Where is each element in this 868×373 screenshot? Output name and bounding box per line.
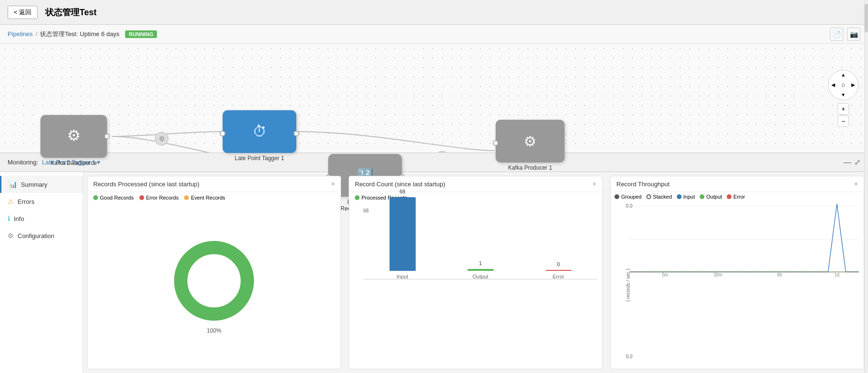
gear-icon: ⚙: [8, 232, 14, 239]
legend-dot-red: [139, 195, 144, 200]
legend-error-records: Error Records: [139, 195, 178, 201]
legend-label-event: Event Records: [191, 195, 225, 201]
legend-label-stacked: Stacked: [653, 194, 672, 200]
nav-right-button[interactable]: ▶: [848, 80, 858, 90]
chart2-header: Record Count (since last startup) ×: [349, 176, 602, 192]
zoom-controls: + −: [838, 103, 849, 127]
legend-label-error-tp: Error: [733, 194, 745, 200]
header: < 返回 状态管理Test: [0, 0, 868, 25]
vertical-scrollbar[interactable]: [864, 0, 868, 373]
camera-button[interactable]: 📷: [847, 28, 860, 41]
legend-error-tp: Error: [727, 194, 745, 200]
chart1-legend: Good Records Error Records Event Records: [88, 192, 341, 203]
sidebar-label-configuration: Configuration: [18, 232, 54, 239]
chart1-title: Records Processed (since last startup): [93, 181, 199, 188]
legend-label-grouped: Grouped: [621, 194, 642, 200]
sidebar-item-errors[interactable]: ⚠ Errors: [0, 193, 83, 210]
svg-text:30m: 30m: [713, 272, 722, 277]
breadcrumb-actions: 📄 📷: [830, 28, 860, 41]
nav-up-button[interactable]: ▲: [839, 70, 848, 80]
legend-input: Input: [677, 194, 695, 200]
legend-dot-output: [700, 194, 704, 199]
warning-icon: ⚠: [8, 198, 14, 205]
throughput-svg: 5m 30m 6h 1d: [630, 201, 859, 277]
chart-records-processed: Records Processed (since last startup) ×…: [87, 176, 341, 369]
y-bottom-label: 0.0: [626, 354, 633, 359]
chart2-close-button[interactable]: ×: [593, 180, 596, 188]
chart3-legend: Grouped Stacked Input Output Error: [611, 192, 864, 201]
pipeline-canvas: ⚙ ⚙ ⚙ ⚙ Kafka DataSource ⏱ Late Point Ta…: [0, 44, 868, 153]
nav-controls: ▲ ◀ ⌂ ▶ ▼ + −: [828, 70, 858, 127]
bar-error: 0 Error: [546, 270, 572, 279]
legend-dot-stacked: [646, 194, 651, 199]
bar-chart-icon: 📊: [9, 181, 17, 188]
info-icon: ℹ: [8, 215, 10, 222]
legend-label-output: Output: [706, 194, 722, 200]
chart1-header: Records Processed (since last startup) ×: [88, 176, 341, 192]
back-button[interactable]: < 返回: [8, 6, 38, 19]
sidebar-item-summary[interactable]: 📊 Summary: [0, 176, 83, 193]
y-axis-label: ( records / sec ): [625, 268, 631, 301]
chart3-close-button[interactable]: ×: [854, 180, 858, 188]
donut-percent-label: 100%: [207, 327, 222, 334]
bar-output: 1 Output: [468, 269, 494, 279]
node-label-kafka-datasource: Kafka DataSource: [50, 160, 97, 166]
monitoring-label: Monitoring:: [8, 159, 38, 166]
chart-throughput: Record Throughput × Grouped Stacked Inpu…: [610, 176, 864, 369]
sidebar-label-summary: Summary: [21, 181, 48, 188]
chart2-legend: Processed Records: [349, 192, 602, 203]
scrollbar-thumb[interactable]: [865, 4, 868, 32]
legend-label-good: Good Records: [100, 195, 134, 201]
chart1-body: 100%: [88, 203, 341, 369]
pipelines-link[interactable]: Pipelines: [8, 30, 33, 38]
minimize-button[interactable]: —: [844, 158, 851, 167]
sidebar-item-configuration[interactable]: ⚙ Configuration: [0, 227, 83, 244]
uptime-label: Uptime 6 days: [80, 30, 119, 38]
node-late-point-tagger[interactable]: ⏱ Late Point Tagger 1: [223, 110, 296, 162]
legend-dot-processed: [355, 195, 360, 200]
sidebar-label-errors: Errors: [18, 198, 34, 205]
sidebar: 📊 Summary ⚠ Errors ℹ Info ⚙ Configuratio…: [0, 172, 83, 373]
status-badge: RUNNING: [125, 30, 157, 38]
pipeline-name: 状态管理Test:: [40, 30, 78, 38]
donut-chart: [171, 238, 257, 324]
chart1-close-button[interactable]: ×: [331, 180, 335, 188]
legend-event-records: Event Records: [184, 195, 225, 201]
chart2-body: 68 68 Input 1: [349, 203, 602, 369]
chart3-header: Record Throughput ×: [611, 176, 864, 192]
legend-output: Output: [700, 194, 722, 200]
svg-text:6h: 6h: [777, 272, 782, 277]
chart3-title: Record Throughput: [616, 181, 670, 188]
chart2-title: Record Count (since last startup): [355, 181, 445, 188]
zoom-in-button[interactable]: +: [838, 103, 849, 115]
nav-down-button[interactable]: ▼: [839, 90, 848, 100]
doc-button[interactable]: 📄: [830, 28, 843, 41]
legend-dot-input: [677, 194, 682, 199]
expand-button[interactable]: ⤢: [854, 158, 860, 167]
sidebar-label-info: Info: [14, 215, 24, 222]
bar-input: 68 Input: [390, 197, 416, 279]
nav-left-button[interactable]: ◀: [829, 80, 839, 90]
svg-point-4: [436, 151, 449, 153]
y-top-label: 0.0: [626, 203, 633, 209]
breadcrumb-separator: /: [36, 30, 38, 38]
node-kafka-producer[interactable]: ⚙ Kafka Producer 1: [496, 120, 565, 171]
svg-point-0: [155, 132, 168, 145]
svg-text:5m: 5m: [662, 272, 668, 277]
legend-dot-error: [727, 194, 731, 199]
svg-point-8: [190, 257, 238, 305]
node-label-kafka-producer: Kafka Producer 1: [508, 164, 552, 171]
svg-text:⚙: ⚙: [159, 135, 165, 143]
node-kafka-datasource[interactable]: ⚙ Kafka DataSource: [40, 115, 107, 166]
zoom-out-button[interactable]: −: [838, 115, 849, 127]
legend-label-error: Error Records: [146, 195, 178, 201]
monitoring-bar: Monitoring: Late Point Tagger 1 ▾ — ⤢: [0, 153, 868, 172]
nav-home-button[interactable]: ⌂: [839, 80, 848, 90]
bottom-panel: 📊 Summary ⚠ Errors ℹ Info ⚙ Configuratio…: [0, 172, 868, 373]
monitoring-actions: — ⤢: [844, 158, 860, 167]
legend-stacked: Stacked: [646, 194, 672, 200]
page-title: 状态管理Test: [45, 7, 97, 18]
sidebar-item-info[interactable]: ℹ Info: [0, 210, 83, 227]
chart-record-count: Record Count (since last startup) × Proc…: [349, 176, 603, 369]
pipeline-connections: ⚙ ⚙ ⚙: [0, 44, 868, 153]
